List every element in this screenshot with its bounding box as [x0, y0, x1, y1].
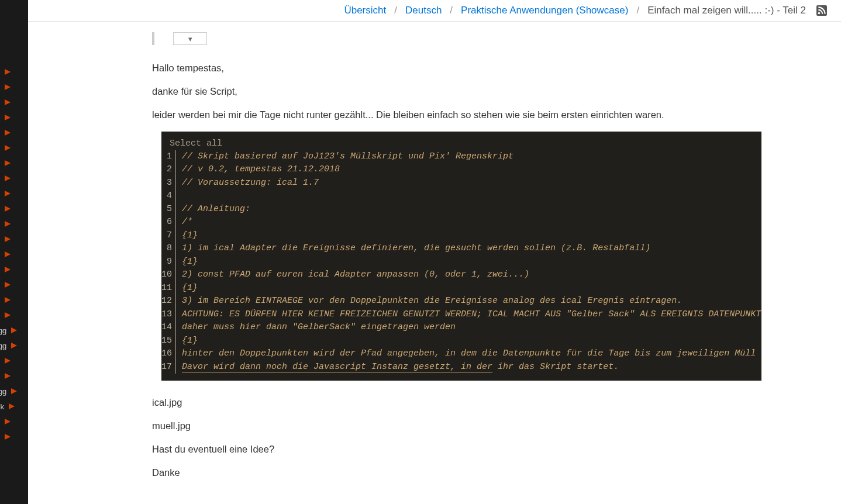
breadcrumb-overview[interactable]: Übersicht	[344, 5, 386, 16]
attachment-name: muell.jpg	[152, 419, 778, 433]
code-gutter: 1234567891011121314151617	[161, 150, 176, 374]
sidebar-item-label: ck	[0, 402, 4, 411]
code-line	[182, 189, 761, 203]
sidebar-item[interactable]	[0, 186, 28, 201]
triangle-icon	[5, 312, 11, 318]
triangle-icon	[5, 115, 11, 120]
sidebar-item[interactable]	[0, 262, 28, 277]
sidebar-header	[0, 0, 28, 35]
sidebar-item[interactable]	[0, 80, 28, 95]
triangle-icon	[11, 343, 17, 348]
triangle-icon	[5, 236, 11, 242]
breadcrumb: Übersicht / Deutsch / Praktische Anwendu…	[28, 0, 841, 22]
main-area: Übersicht / Deutsch / Praktische Anwendu…	[28, 0, 841, 504]
code-line: 1) im ical Adapter die Ereignisse defini…	[182, 242, 761, 256]
code-line: /*	[182, 216, 761, 229]
code-line: ACHTUNG: ES DÜRFEN HIER KEINE FREIZEICHE…	[182, 308, 761, 322]
svg-rect-0	[816, 5, 827, 16]
sidebar-item-label: igg	[0, 341, 6, 350]
triangle-icon	[5, 358, 11, 364]
breadcrumb-deutsch[interactable]: Deutsch	[405, 5, 442, 16]
triangle-icon	[5, 419, 11, 424]
sidebar-item[interactable]	[0, 110, 28, 125]
triangle-icon	[5, 206, 11, 212]
breadcrumb-showcase[interactable]: Praktische Anwendungen (Showcase)	[461, 5, 628, 16]
triangle-icon	[5, 282, 11, 288]
sidebar-item[interactable]	[0, 95, 28, 110]
sidebar-item[interactable]	[0, 308, 28, 323]
code-line: 2) const PFAD auf euren ical Adapter anp…	[182, 268, 761, 282]
sidebar-item[interactable]	[0, 368, 28, 384]
chevron-down-icon: ▾	[188, 34, 192, 43]
quote-expand-button[interactable]: ▾	[173, 32, 207, 45]
code-line: // v 0.2, tempestas 21.12.2018	[182, 163, 761, 177]
triangle-icon	[5, 160, 11, 166]
post-paragraph: Danke	[152, 466, 778, 480]
sidebar-item[interactable]	[0, 429, 28, 444]
code-line: {1}	[182, 282, 761, 295]
sidebar-item[interactable]: igg	[0, 323, 28, 338]
svg-point-1	[818, 12, 821, 15]
code-line: // Anleitung:	[182, 203, 761, 216]
sidebar-item[interactable]: igg	[0, 338, 28, 353]
breadcrumb-current: Einfach mal zeigen will..... :-) - Teil …	[647, 5, 806, 16]
triangle-icon	[11, 327, 17, 333]
triangle-icon	[5, 434, 11, 440]
sidebar-item[interactable]	[0, 140, 28, 156]
post-paragraph: danke für sie Script,	[152, 85, 778, 99]
sidebar-item[interactable]	[0, 353, 28, 368]
sidebar-item[interactable]	[0, 414, 28, 429]
sidebar-item[interactable]	[0, 292, 28, 308]
sidebar-item[interactable]	[0, 277, 28, 292]
post: ▾ Hallo tempestas, danke für sie Script,…	[152, 32, 778, 504]
sidebar: iggiggiggck	[0, 0, 28, 504]
breadcrumb-sep: /	[636, 5, 639, 16]
select-all-link[interactable]: Select all	[170, 139, 222, 149]
triangle-icon	[5, 251, 11, 257]
sidebar-item[interactable]	[0, 201, 28, 216]
triangle-icon	[11, 388, 17, 394]
sidebar-item[interactable]	[0, 232, 28, 247]
attachment-name: ical.jpg	[152, 396, 778, 410]
sidebar-item-label: igg	[0, 387, 6, 396]
breadcrumb-sep: /	[450, 5, 453, 16]
code-line: {1}	[182, 229, 761, 243]
rss-icon[interactable]	[816, 5, 827, 16]
content-scroll[interactable]: ▾ Hallo tempestas, danke für sie Script,…	[28, 22, 841, 504]
triangle-icon	[5, 84, 11, 90]
sidebar-item[interactable]	[0, 64, 28, 80]
triangle-icon	[9, 403, 15, 409]
sidebar-list: iggiggiggck	[0, 35, 28, 444]
code-line: Davor wird dann noch die Javascript Inst…	[182, 361, 761, 374]
sidebar-item[interactable]	[0, 216, 28, 232]
triangle-icon	[5, 145, 11, 151]
code-body: // Skript basiered auf JoJ123's Müllskri…	[176, 150, 761, 374]
sidebar-item[interactable]	[0, 171, 28, 186]
post-paragraph: Hast du eventuell eine Idee?	[152, 443, 778, 457]
breadcrumb-sep: /	[394, 5, 397, 16]
triangle-icon	[5, 175, 11, 181]
triangle-icon	[5, 221, 11, 227]
code-line: {1}	[182, 334, 761, 348]
post-paragraph: Hallo tempestas,	[152, 61, 778, 75]
quote-collapsed: ▾	[152, 32, 778, 45]
sidebar-item[interactable]: ck	[0, 399, 28, 414]
code-line: // Voraussetzung: ical 1.7	[182, 177, 761, 190]
sidebar-item-label: igg	[0, 326, 6, 335]
triangle-icon	[5, 373, 11, 379]
post-paragraph: leider werden bei mir die Tage nicht run…	[152, 108, 778, 122]
sidebar-item[interactable]: igg	[0, 384, 28, 399]
triangle-icon	[5, 99, 11, 105]
code-line: {1}	[182, 256, 761, 269]
sidebar-item[interactable]	[0, 247, 28, 262]
code-scroll[interactable]: 1234567891011121314151617 // Skript basi…	[161, 150, 761, 381]
sidebar-item[interactable]	[0, 156, 28, 171]
code-line: hinter den Doppelpunkten wird der Pfad a…	[182, 347, 761, 361]
triangle-icon	[5, 191, 11, 196]
sidebar-item[interactable]	[0, 125, 28, 140]
code-block: Select all 1234567891011121314151617 // …	[161, 132, 761, 381]
triangle-icon	[5, 267, 11, 272]
code-line: daher muss hier dann "GelberSack" einget…	[182, 321, 761, 334]
triangle-icon	[5, 297, 11, 303]
code-line: 3) im Bereich EINTRAEGE vor den Doppelpu…	[182, 295, 761, 308]
